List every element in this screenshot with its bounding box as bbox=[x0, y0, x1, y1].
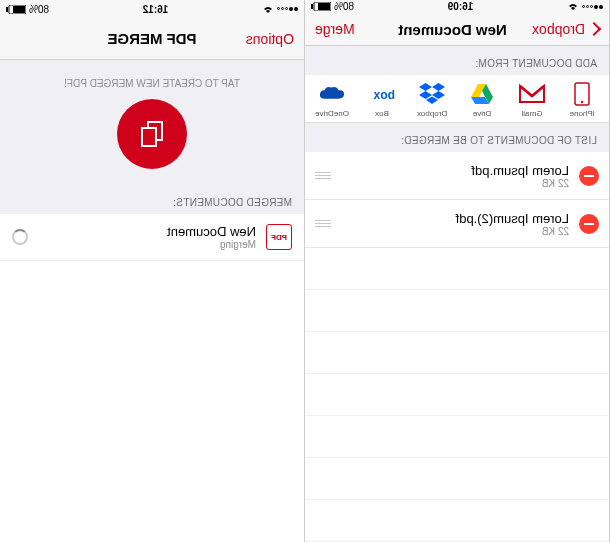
chevron-left-icon bbox=[587, 22, 601, 36]
source-dropbox[interactable]: Dropbox bbox=[412, 81, 452, 118]
merge-button[interactable]: Merge bbox=[315, 21, 373, 37]
merged-status: Merging bbox=[28, 239, 256, 250]
create-button-area bbox=[0, 99, 304, 185]
source-label: Box bbox=[375, 109, 389, 118]
doc-row[interactable]: Lorem Ipsum(2).pdf 22 KB bbox=[305, 200, 609, 248]
section-to-merge: LIST OF DOCUMENTS TO BE MERGED: bbox=[305, 123, 609, 152]
onedrive-icon bbox=[319, 81, 345, 107]
svg-rect-8 bbox=[6, 7, 8, 12]
source-box[interactable]: box Box bbox=[362, 81, 402, 118]
signal-icon bbox=[277, 7, 298, 11]
sources-row: iPhone Gmail Drive Dropbox box Box OneDr… bbox=[305, 75, 609, 123]
options-button[interactable]: Options bbox=[236, 31, 294, 47]
copy-icon bbox=[136, 118, 168, 150]
empty-row bbox=[305, 332, 609, 374]
spinner-icon bbox=[12, 229, 28, 245]
svg-rect-7 bbox=[13, 6, 25, 13]
source-label: Dropbox bbox=[417, 109, 447, 118]
doc-name: Lorem Ipsum(2).pdf bbox=[333, 211, 569, 226]
drag-handle-icon[interactable] bbox=[315, 220, 333, 227]
svg-text:box: box bbox=[373, 88, 395, 102]
remove-button[interactable] bbox=[579, 214, 599, 234]
dropbox-icon bbox=[419, 81, 445, 107]
status-bar: 16:12 80% bbox=[0, 0, 304, 18]
doc-list: Lorem Ipsum.pdf 22 KB Lorem Ipsum(2).pdf… bbox=[305, 152, 609, 542]
doc-size: 22 KB bbox=[333, 226, 569, 237]
svg-rect-10 bbox=[142, 128, 156, 146]
status-time: 16:12 bbox=[143, 4, 169, 15]
status-time: 16:09 bbox=[448, 1, 474, 12]
box-icon: box bbox=[369, 81, 395, 107]
nav-title: PDF MERGE bbox=[107, 30, 196, 47]
doc-size: 22 KB bbox=[333, 178, 569, 189]
nav-bar: Dropbox New Document Merge bbox=[305, 14, 609, 46]
source-onedrive[interactable]: OneDrive bbox=[312, 81, 352, 118]
phone-icon bbox=[569, 81, 595, 107]
doc-name: Lorem Ipsum.pdf bbox=[333, 163, 569, 178]
drive-icon bbox=[469, 81, 495, 107]
pdf-badge-icon: PDF bbox=[266, 224, 292, 250]
source-drive[interactable]: Drive bbox=[462, 81, 502, 118]
svg-point-4 bbox=[581, 101, 583, 103]
svg-rect-1 bbox=[318, 3, 330, 10]
signal-icon bbox=[582, 5, 603, 9]
empty-row bbox=[305, 290, 609, 332]
empty-row bbox=[305, 374, 609, 416]
source-label: Drive bbox=[473, 109, 492, 118]
merged-row[interactable]: PDF New Document Merging bbox=[0, 214, 304, 261]
source-gmail[interactable]: Gmail bbox=[512, 81, 552, 118]
create-merged-button[interactable] bbox=[117, 99, 187, 169]
nav-title: New Document bbox=[398, 21, 506, 38]
source-label: Gmail bbox=[522, 109, 543, 118]
empty-area bbox=[0, 261, 304, 542]
nav-bar: Options PDF MERGE bbox=[0, 18, 304, 60]
gmail-icon bbox=[519, 81, 545, 107]
merged-name: New Document bbox=[28, 224, 256, 239]
battery-icon bbox=[6, 5, 26, 14]
back-button[interactable]: Dropbox bbox=[532, 21, 599, 37]
source-label: iPhone bbox=[570, 109, 595, 118]
screen-pdf-merge: 16:12 80% Options PDF MERGE TAP TO CREAT… bbox=[0, 0, 305, 542]
empty-row bbox=[305, 416, 609, 458]
empty-row bbox=[305, 458, 609, 500]
remove-button[interactable] bbox=[579, 166, 599, 186]
empty-row bbox=[305, 500, 609, 542]
source-iphone[interactable]: iPhone bbox=[562, 81, 602, 118]
battery-icon bbox=[311, 2, 331, 11]
empty-row bbox=[305, 248, 609, 290]
drag-handle-icon[interactable] bbox=[315, 172, 333, 179]
battery-pct: 80% bbox=[29, 4, 49, 15]
battery-pct: 80% bbox=[334, 1, 354, 12]
section-merged: MERGED DOCUMENTS: bbox=[0, 185, 304, 214]
status-bar: 16:09 80% bbox=[305, 0, 609, 14]
source-label: OneDrive bbox=[315, 109, 349, 118]
back-label: Dropbox bbox=[532, 21, 585, 37]
doc-row[interactable]: Lorem Ipsum.pdf 22 KB bbox=[305, 152, 609, 200]
screen-new-document: 16:09 80% Dropbox New Document Merge ADD… bbox=[305, 0, 610, 542]
wifi-icon bbox=[262, 5, 274, 14]
section-add-from: ADD DOCUMENT FROM: bbox=[305, 46, 609, 75]
hint-text: TAP TO CREATE NEW MERGED PDF! bbox=[0, 60, 304, 99]
svg-rect-2 bbox=[311, 4, 313, 9]
wifi-icon bbox=[567, 2, 579, 11]
